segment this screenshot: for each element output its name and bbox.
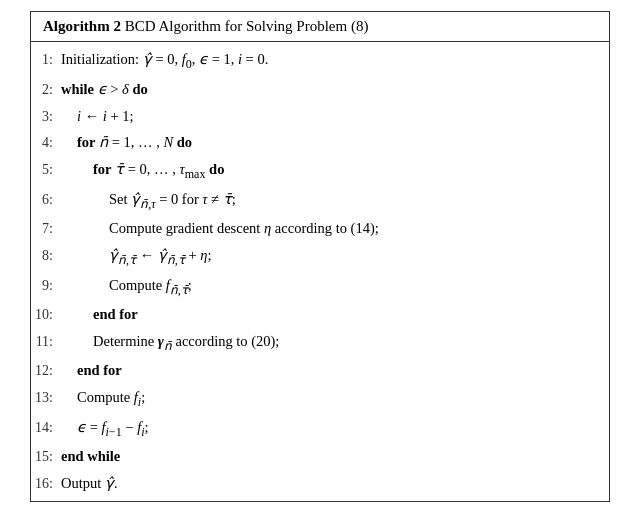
line-content: ϵ = fi−1 − fi; xyxy=(61,416,609,442)
line-number: 1: xyxy=(31,49,61,71)
line-content: for τ̄ = 0, … , τmax do xyxy=(61,158,609,184)
algo-line-9: 9:Compute fn̄,τ̄; xyxy=(31,272,609,302)
line-number: 11: xyxy=(31,331,61,353)
algo-line-7: 7:Compute gradient descent η according t… xyxy=(31,215,609,242)
line-content: end for xyxy=(61,359,609,381)
line-content: while ϵ > δ do xyxy=(61,78,609,100)
line-number: 12: xyxy=(31,360,61,382)
algo-line-11: 11:Determine γn̄ according to (20); xyxy=(31,328,609,358)
line-number: 6: xyxy=(31,189,61,211)
algo-line-3: 3:i ← i + 1; xyxy=(31,103,609,130)
algorithm-description: BCD Algorithm for Solving Problem (8) xyxy=(125,18,369,34)
line-number: 7: xyxy=(31,218,61,240)
algo-line-16: 16:Output γ̂. xyxy=(31,470,609,497)
algo-line-8: 8:γ̂n̄,τ̄ ← γ̂n̄,τ̄ + η; xyxy=(31,242,609,272)
line-content: Output γ̂. xyxy=(61,472,609,494)
line-number: 13: xyxy=(31,387,61,409)
algorithm-header: Algorithm 2 BCD Algorithm for Solving Pr… xyxy=(31,12,609,42)
line-number: 4: xyxy=(31,132,61,154)
algorithm-box: Algorithm 2 BCD Algorithm for Solving Pr… xyxy=(30,11,610,501)
line-number: 3: xyxy=(31,106,61,128)
line-content: end for xyxy=(61,303,609,325)
line-number: 5: xyxy=(31,159,61,181)
algo-line-1: 1:Initialization: γ̂ = 0, f0, ϵ = 1, i =… xyxy=(31,46,609,76)
line-content: end while xyxy=(61,445,609,467)
algo-line-6: 6:Set γ̂n̄,τ = 0 for τ ≠ τ̄; xyxy=(31,186,609,216)
line-number: 2: xyxy=(31,79,61,101)
algo-line-10: 10:end for xyxy=(31,301,609,328)
algo-line-14: 14:ϵ = fi−1 − fi; xyxy=(31,414,609,444)
line-content: γ̂n̄,τ̄ ← γ̂n̄,τ̄ + η; xyxy=(61,244,609,270)
line-number: 8: xyxy=(31,245,61,267)
line-content: Compute fi; xyxy=(61,386,609,412)
algo-line-4: 4:for n̄ = 1, … , N do xyxy=(31,129,609,156)
line-number: 10: xyxy=(31,304,61,326)
line-content: Determine γn̄ according to (20); xyxy=(61,330,609,356)
line-number: 9: xyxy=(31,275,61,297)
algo-line-12: 12:end for xyxy=(31,357,609,384)
line-content: Compute gradient descent η according to … xyxy=(61,217,609,239)
algo-line-13: 13:Compute fi; xyxy=(31,384,609,414)
algo-line-2: 2:while ϵ > δ do xyxy=(31,76,609,103)
line-number: 15: xyxy=(31,446,61,468)
algorithm-title: Algorithm 2 BCD Algorithm for Solving Pr… xyxy=(43,18,368,34)
line-content: Compute fn̄,τ̄; xyxy=(61,274,609,300)
line-content: Set γ̂n̄,τ = 0 for τ ≠ τ̄; xyxy=(61,188,609,214)
algorithm-body: 1:Initialization: γ̂ = 0, f0, ϵ = 1, i =… xyxy=(31,42,609,500)
algorithm-number: Algorithm 2 xyxy=(43,18,121,34)
line-content: i ← i + 1; xyxy=(61,105,609,127)
line-content: Initialization: γ̂ = 0, f0, ϵ = 1, i = 0… xyxy=(61,48,609,74)
line-number: 14: xyxy=(31,417,61,439)
algo-line-5: 5:for τ̄ = 0, … , τmax do xyxy=(31,156,609,186)
line-number: 16: xyxy=(31,473,61,495)
algo-line-15: 15:end while xyxy=(31,443,609,470)
line-content: for n̄ = 1, … , N do xyxy=(61,131,609,153)
